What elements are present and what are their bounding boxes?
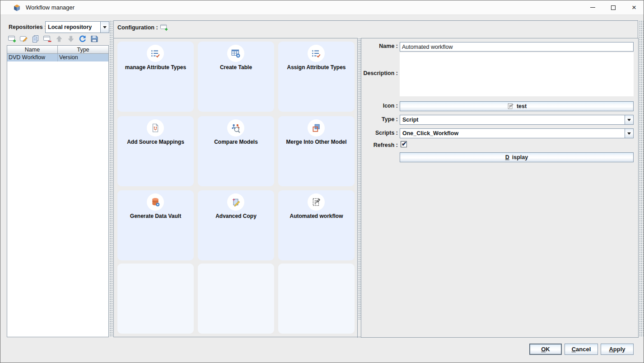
card-compare-models[interactable]: Compare Models bbox=[198, 116, 274, 186]
cell-name: DVD Workflow bbox=[7, 54, 58, 61]
save-button[interactable] bbox=[90, 34, 99, 43]
splitter-left[interactable] bbox=[109, 20, 113, 337]
name-input[interactable] bbox=[400, 42, 634, 52]
copy-icon bbox=[31, 34, 40, 43]
card-generate-data-vault[interactable]: Generate Data Vault bbox=[117, 190, 194, 260]
card-add-source-mappings[interactable]: Add Source Mappings bbox=[117, 116, 194, 186]
card-empty-slot[interactable] bbox=[278, 264, 355, 334]
arrow-up-icon bbox=[55, 34, 64, 43]
refresh-label: Refresh : bbox=[361, 142, 398, 148]
card-label: Generate Data Vault bbox=[117, 213, 194, 219]
table-plus-icon bbox=[227, 45, 244, 62]
compare-search-icon bbox=[227, 119, 244, 137]
copy-wand-icon bbox=[227, 193, 244, 211]
minimize-icon bbox=[590, 7, 595, 8]
icon-button-label: test bbox=[517, 103, 527, 109]
card-automated-workflow[interactable]: Automated workflow bbox=[278, 190, 355, 260]
card-label: Merge Into Other Model bbox=[278, 139, 355, 145]
card-manage-attribute-types[interactable]: manage Attribute Types bbox=[117, 42, 194, 112]
splitter-edge[interactable] bbox=[639, 20, 644, 337]
merge-squares-icon bbox=[308, 119, 325, 137]
card-label: Create Table bbox=[198, 64, 274, 71]
arrow-down-icon bbox=[66, 34, 75, 43]
list-check-icon bbox=[308, 45, 325, 62]
edit-repository-button[interactable] bbox=[19, 34, 28, 43]
card-assign-attribute-types[interactable]: Assign Attribute Types bbox=[278, 42, 355, 112]
refresh-icon bbox=[78, 34, 87, 43]
icon-button[interactable]: test bbox=[400, 101, 634, 111]
app-logo-icon bbox=[13, 4, 21, 12]
scripts-select[interactable]: One_Click_Workflow bbox=[400, 128, 634, 138]
document-mapping-icon bbox=[147, 119, 164, 137]
window-title: Workflow manager bbox=[26, 4, 75, 11]
description-textarea[interactable] bbox=[400, 52, 634, 96]
repositories-table: Name Type DVD Workflow Version bbox=[7, 45, 109, 337]
repository-value: Local repository bbox=[46, 24, 100, 30]
save-floppy-icon bbox=[90, 34, 99, 43]
card-empty-slot[interactable] bbox=[198, 264, 274, 334]
maximize-button[interactable] bbox=[603, 0, 624, 14]
cancel-button[interactable]: Cancel bbox=[565, 344, 598, 355]
card-label: Assign Attribute Types bbox=[278, 64, 355, 71]
card-label: Advanced Copy bbox=[198, 213, 274, 219]
database-gear-icon bbox=[147, 193, 164, 211]
copy-repository-button[interactable] bbox=[31, 34, 40, 43]
card-label: manage Attribute Types bbox=[117, 64, 194, 71]
card-empty-slot[interactable] bbox=[117, 264, 194, 334]
delete-window-minus-icon bbox=[43, 34, 52, 43]
card-create-table[interactable]: Create Table bbox=[198, 42, 274, 112]
move-up-button[interactable] bbox=[55, 34, 64, 43]
close-icon: × bbox=[632, 4, 636, 11]
scripts-label: Scripts : bbox=[361, 130, 398, 136]
repositories-toolbar bbox=[8, 34, 99, 44]
close-button[interactable]: × bbox=[624, 0, 644, 14]
card-advanced-copy[interactable]: Advanced Copy bbox=[198, 190, 274, 260]
titlebar: Workflow manager × bbox=[0, 0, 644, 15]
type-select[interactable]: Script bbox=[400, 115, 634, 125]
refresh-button[interactable] bbox=[78, 34, 87, 43]
cell-type: Version bbox=[58, 54, 108, 61]
scripts-value: One_Click_Workflow bbox=[400, 130, 625, 137]
apply-button[interactable]: Apply bbox=[601, 344, 634, 355]
move-down-button[interactable] bbox=[66, 34, 75, 43]
column-header-name[interactable]: Name bbox=[7, 46, 58, 54]
display-button[interactable]: Display bbox=[400, 152, 634, 162]
card-label: Add Source Mappings bbox=[117, 139, 194, 145]
minimize-button[interactable] bbox=[582, 0, 603, 14]
configuration-label: Configuration : bbox=[117, 24, 158, 31]
configuration-panel: Configuration : manage Attribute Types bbox=[113, 20, 638, 337]
workflow-card-grid: manage Attribute Types Create Table bbox=[114, 38, 358, 338]
ok-button[interactable]: OK bbox=[529, 344, 562, 355]
workflow-form: Name : Description : Icon : test Type : … bbox=[361, 38, 639, 338]
chevron-down-icon[interactable] bbox=[100, 22, 109, 33]
check-icon: ✔ bbox=[401, 140, 407, 147]
chevron-down-icon[interactable] bbox=[625, 115, 633, 124]
type-value: Script bbox=[400, 117, 625, 123]
name-label: Name : bbox=[361, 43, 398, 49]
script-edit-icon bbox=[308, 193, 325, 211]
script-edit-icon bbox=[507, 103, 514, 110]
card-label: Compare Models bbox=[198, 139, 274, 145]
table-row[interactable]: DVD Workflow Version bbox=[7, 54, 108, 61]
description-label: Description : bbox=[361, 70, 398, 76]
maximize-icon bbox=[611, 5, 616, 10]
new-repository-button[interactable] bbox=[8, 34, 17, 43]
repository-select[interactable]: Local repository bbox=[45, 21, 109, 33]
workflow-manager-window: Workflow manager × Repositories : Local … bbox=[0, 0, 644, 363]
delete-repository-button[interactable] bbox=[43, 34, 52, 43]
new-window-plus-icon bbox=[8, 34, 17, 43]
chevron-down-icon[interactable] bbox=[625, 129, 633, 138]
icon-label: Icon : bbox=[361, 103, 398, 109]
edit-pencil-icon bbox=[19, 34, 28, 43]
list-check-icon bbox=[147, 45, 164, 62]
card-merge-into-other-model[interactable]: Merge Into Other Model bbox=[278, 116, 355, 186]
card-label: Automated workflow bbox=[278, 213, 355, 219]
refresh-checkbox[interactable]: ✔ bbox=[401, 141, 407, 147]
repositories-label: Repositories : bbox=[9, 24, 46, 30]
column-header-type[interactable]: Type bbox=[58, 46, 108, 54]
type-label: Type : bbox=[361, 116, 398, 123]
table-header: Name Type bbox=[7, 46, 108, 54]
add-configuration-icon[interactable] bbox=[160, 23, 168, 32]
